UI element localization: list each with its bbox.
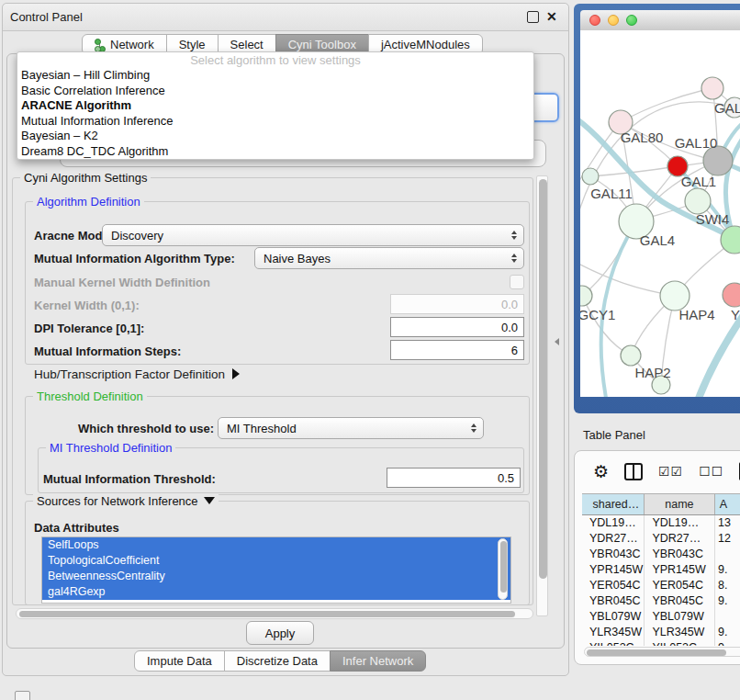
- checked-boxes-icon[interactable]: ☑☑: [658, 464, 683, 479]
- table-cell: YLR345W: [582, 625, 645, 640]
- tab-discretize-data[interactable]: Discretize Data: [224, 650, 331, 672]
- table-cell: YBL079W: [582, 609, 645, 625]
- table-row[interactable]: YLR345WYLR345W9.: [582, 625, 740, 640]
- network-edge[interactable]: [621, 88, 712, 122]
- list-vscrollbar-thumb[interactable]: [500, 541, 507, 593]
- table-row[interactable]: YER054CYER054C8.: [582, 578, 740, 593]
- dropdown-item[interactable]: Dream8 DC_TDC Algorithm: [17, 144, 533, 160]
- network-node[interactable]: [621, 345, 641, 366]
- threshold-definition-title: Threshold Definition: [33, 390, 147, 403]
- network-graph[interactable]: GAL80GAL10GAL1GAL11SWI4GAL4GCY1HAP4HAP2G…: [580, 30, 740, 397]
- table-cell: [715, 547, 740, 562]
- dpi-tolerance-value: 0.0: [501, 321, 518, 334]
- network-window: GAL80GAL10GAL1GAL11SWI4GAL4GCY1HAP4HAP2G…: [574, 4, 740, 413]
- tab-label: Select: [230, 38, 263, 51]
- tab-infer-network[interactable]: Infer Network: [330, 650, 426, 672]
- list-vscrollbar[interactable]: [498, 538, 508, 600]
- which-threshold-label: Which threshold to use:: [78, 422, 214, 435]
- kernel-width-field[interactable]: 0.0: [390, 294, 524, 314]
- close-traffic-light[interactable]: [589, 15, 600, 26]
- table-cell: YBR045C: [582, 593, 645, 609]
- network-canvas[interactable]: GAL80GAL10GAL1GAL11SWI4GAL4GCY1HAP4HAP2G…: [580, 30, 740, 397]
- hub-definition-expander[interactable]: Hub/Transcription Factor Definition: [34, 367, 240, 381]
- algorithm-definition-title: Algorithm Definition: [33, 195, 144, 209]
- minimize-traffic-light[interactable]: [608, 15, 619, 26]
- apply-button[interactable]: Apply: [246, 621, 314, 645]
- split-columns-icon[interactable]: [624, 463, 643, 480]
- dropdown-item[interactable]: ARACNE Algorithm: [17, 98, 533, 114]
- network-tab-icon: [95, 39, 106, 51]
- mi-type-combo[interactable]: Naive Bayes: [254, 247, 524, 269]
- table-row[interactable]: YDL19…YDL19…13: [582, 515, 740, 531]
- table-cell: YLR345W: [645, 625, 715, 640]
- panel-divider-handle[interactable]: [555, 338, 559, 345]
- network-node[interactable]: [723, 283, 740, 307]
- table-row[interactable]: YIL052CYIL052C9: [582, 640, 740, 646]
- table-panel-title: Table Panel: [583, 428, 645, 442]
- tab-impute-data[interactable]: Impute Data: [134, 650, 225, 672]
- dropdown-item[interactable]: Mutual Information Inference: [17, 114, 533, 130]
- column-header-3[interactable]: A: [715, 494, 740, 514]
- table-hscrollbar-thumb[interactable]: [587, 649, 726, 656]
- data-attributes-list[interactable]: SelfLoopsTopologicalCoefficientBetweenne…: [41, 536, 511, 604]
- table-row[interactable]: YPR145WYPR145W9.: [582, 562, 740, 578]
- column-header-1[interactable]: shared…: [582, 494, 645, 514]
- which-threshold-combo[interactable]: MI Threshold: [218, 417, 484, 439]
- bottom-tab-bar: Impute DataDiscretize DataInfer Network: [134, 650, 426, 672]
- data-attribute-item[interactable]: gal4RGexp: [42, 584, 510, 600]
- table-hscrollbar[interactable]: [584, 647, 740, 657]
- settings-hscrollbar[interactable]: [16, 608, 533, 619]
- network-window-titlebar: [580, 10, 740, 31]
- table-row[interactable]: YBL079WYBL079W: [582, 609, 740, 625]
- table-row[interactable]: YBR043CYBR043C: [582, 547, 740, 562]
- table-row[interactable]: YDR27…YDR27…12: [582, 531, 740, 547]
- unchecked-boxes-icon[interactable]: ☐☐: [699, 464, 723, 479]
- dropdown-placeholder: Select algorithm to view settings: [17, 52, 533, 68]
- dpi-tolerance-field[interactable]: 0.0: [390, 317, 524, 337]
- tab-label: Infer Network: [342, 654, 413, 668]
- network-node-label: GAL80: [621, 130, 664, 145]
- network-node[interactable]: [582, 168, 599, 185]
- mi-threshold-value: 0.5: [498, 471, 514, 485]
- close-icon[interactable]: ✕: [546, 11, 557, 23]
- network-node[interactable]: [685, 188, 711, 214]
- dropdown-item[interactable]: Bayesian – Hill Climbing: [17, 68, 533, 84]
- sources-title[interactable]: Sources for Network Inference: [33, 494, 219, 508]
- tab-label: Discretize Data: [237, 654, 318, 668]
- which-threshold-value: MI Threshold: [227, 422, 297, 435]
- network-node-label: GAL10: [675, 135, 718, 151]
- data-attribute-item[interactable]: TopologicalCoefficient: [42, 553, 510, 569]
- data-attribute-item[interactable]: SelfLoops: [42, 537, 510, 553]
- table-row[interactable]: YBR045CYBR045C9.: [582, 593, 740, 609]
- table-cell: YBR045C: [645, 593, 715, 609]
- table-cell: 8.: [715, 578, 740, 593]
- network-node[interactable]: [701, 77, 723, 99]
- settings-hscrollbar-thumb[interactable]: [19, 611, 515, 617]
- network-node-label: YM: [731, 307, 740, 322]
- settings-vscrollbar-thumb[interactable]: [539, 179, 547, 579]
- algorithm-dropdown-popup: Select algorithm to view settings Bayesi…: [17, 51, 534, 160]
- network-node-label: GAL4: [640, 232, 675, 248]
- zoom-traffic-light[interactable]: [626, 15, 637, 26]
- dropdown-item[interactable]: Bayesian – K2: [17, 129, 533, 144]
- table-cell: YDL19…: [645, 515, 715, 531]
- table-toolbar: ⚙ ☑☑ ☐☐: [575, 451, 740, 491]
- mi-steps-field[interactable]: 6: [390, 340, 524, 360]
- aracne-mode-combo[interactable]: Discovery: [102, 224, 524, 246]
- gear-icon[interactable]: ⚙: [593, 461, 609, 481]
- dropdown-item[interactable]: Basic Correlation Inference: [17, 84, 533, 99]
- table-cell: YDR27…: [645, 531, 715, 547]
- column-header-2[interactable]: name: [645, 494, 714, 514]
- combo-arrows-icon: [511, 231, 517, 240]
- manual-kernel-checkbox[interactable]: [510, 275, 524, 289]
- dock-panel-icon[interactable]: [15, 691, 30, 700]
- table-cell: 9.: [715, 625, 740, 640]
- float-window-icon[interactable]: [527, 11, 539, 23]
- mi-threshold-field[interactable]: 0.5: [387, 468, 521, 488]
- tab-label: Network: [110, 38, 154, 51]
- expander-down-icon: [204, 497, 215, 504]
- settings-vscrollbar[interactable]: [536, 175, 548, 616]
- network-edge[interactable]: [582, 296, 631, 356]
- aracne-mode-value: Discovery: [111, 229, 163, 243]
- data-attribute-item[interactable]: BetweennessCentrality: [42, 569, 510, 584]
